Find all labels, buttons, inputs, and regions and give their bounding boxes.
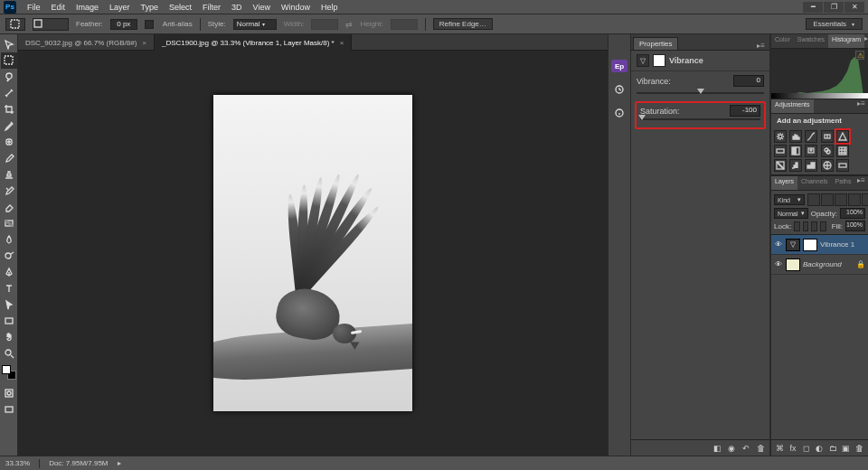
layer-name[interactable]: Vibrance 1 [820,240,865,249]
new-layer-icon[interactable]: ▣ [842,443,852,454]
extension-panel-ep[interactable]: Ep [609,56,629,76]
adj-bw-icon[interactable] [789,145,802,157]
blend-mode-dropdown[interactable]: Normal▾ [774,208,808,219]
tool-blur[interactable] [1,231,17,248]
slider-thumb-icon[interactable] [638,115,646,120]
tool-marquee[interactable] [1,52,17,69]
tool-path-select[interactable] [1,296,17,313]
tool-zoom[interactable] [1,345,17,362]
foreground-swatch[interactable] [2,365,11,374]
menu-window[interactable]: Window [276,3,316,12]
menu-file[interactable]: File [22,3,46,12]
tool-eraser[interactable] [1,199,17,215]
menu-edit[interactable]: Edit [46,3,71,12]
info-panel-icon[interactable] [609,103,629,123]
lock-transparency-icon[interactable] [794,221,800,231]
panel-menu-icon[interactable]: ▸≡ [757,42,768,50]
visibility-icon[interactable]: 👁 [774,260,783,269]
menu-filter[interactable]: Filter [197,3,226,12]
filter-smart-icon[interactable] [862,193,868,206]
tool-move[interactable] [1,36,17,52]
menu-help[interactable]: Help [316,3,344,12]
tool-brush[interactable] [1,150,17,166]
layer-fx-icon[interactable]: fx [788,443,798,454]
color-tab[interactable]: Color [771,34,794,48]
adj-curves-icon[interactable] [805,130,817,143]
filter-shape-icon[interactable] [848,193,861,206]
doc-size[interactable]: Doc: 7.95M/7.95M [49,459,108,467]
adj-gradient-map-icon[interactable] [836,159,849,172]
clip-to-layer-icon[interactable]: ◧ [712,443,722,454]
adj-channel-mixer-icon[interactable] [821,145,834,157]
layer-mask-icon[interactable] [653,54,665,67]
feather-input[interactable]: 0 px [110,19,137,30]
layer-filter-kind[interactable]: Kind▾ [774,194,805,205]
tool-history-brush[interactable] [1,183,17,199]
link-layers-icon[interactable]: ⌘ [775,443,785,454]
layer-row-vibrance[interactable]: 👁 ▽ Vibrance 1 [771,235,868,255]
properties-tab[interactable]: Properties [633,37,678,50]
new-adjustment-icon[interactable]: ◐ [815,443,825,454]
lock-position-icon[interactable] [811,221,817,231]
panel-menu-icon[interactable]: ▸≡ [864,34,868,48]
adj-exposure-icon[interactable] [821,130,834,143]
antialias-checkbox[interactable] [145,20,154,29]
new-group-icon[interactable]: 🗀 [828,443,838,454]
adj-levels-icon[interactable] [789,130,802,143]
reset-icon[interactable]: ↶ [741,443,751,454]
adj-selective-color-icon[interactable] [821,159,834,172]
selection-mode-group[interactable] [33,18,69,31]
layers-tab[interactable]: Layers [771,176,797,190]
window-restore[interactable]: ❐ [824,2,844,13]
menu-select[interactable]: Select [164,3,197,12]
canvas-viewport[interactable] [18,51,608,456]
tool-stamp[interactable] [1,166,17,183]
tool-crop[interactable] [1,101,17,118]
tool-shape[interactable] [1,313,17,329]
channels-tab[interactable]: Channels [797,176,832,190]
window-minimize[interactable]: ━ [803,2,823,13]
adj-posterize-icon[interactable] [789,159,802,172]
swatches-tab[interactable]: Swatches [794,34,828,48]
paths-tab[interactable]: Paths [832,176,855,190]
workspace-switcher[interactable]: Essentials [806,18,863,30]
fill-input[interactable]: 100% [845,221,865,231]
saturation-slider[interactable] [640,117,760,122]
adj-photo-filter-icon[interactable] [805,145,817,157]
trash-icon[interactable]: 🗑 [854,443,864,454]
close-icon[interactable]: × [340,39,344,47]
menu-image[interactable]: Image [71,3,104,12]
quick-mask-toggle[interactable] [1,385,17,401]
style-dropdown[interactable]: Normal [233,19,277,30]
color-swatches[interactable] [2,365,16,380]
menu-3d[interactable]: 3D [226,3,248,12]
history-panel-icon[interactable] [609,80,629,99]
menu-type[interactable]: Type [136,3,165,12]
view-previous-icon[interactable]: ◉ [726,443,737,454]
slider-thumb-icon[interactable] [697,89,704,94]
menu-view[interactable]: View [248,3,276,12]
filter-adj-icon[interactable] [821,193,834,206]
document-tab-0[interactable]: DSC_9032.jpg @ 66.7% (RGB/8#) × [18,34,155,51]
adj-vibrance-icon[interactable] [836,130,849,143]
tool-eyedropper[interactable] [1,118,17,134]
tool-lasso[interactable] [1,69,17,85]
tool-hand[interactable] [1,329,17,345]
window-close[interactable]: ✕ [844,2,864,13]
visibility-icon[interactable]: 👁 [774,240,783,249]
histogram-tab[interactable]: Histogram [828,34,864,48]
adj-brightness-icon[interactable] [774,130,787,143]
add-mask-icon[interactable]: ◻ [801,443,811,454]
adjustment-type-icon[interactable]: ▽ [637,54,649,67]
chevron-right-icon[interactable]: ▸ [118,459,121,467]
adjustments-tab[interactable]: Adjustments [771,99,814,113]
filter-pixel-icon[interactable] [807,193,820,206]
tool-type[interactable] [1,280,17,296]
adj-color-lookup-icon[interactable] [836,145,849,157]
menu-layer[interactable]: Layer [104,3,136,12]
panel-menu-icon[interactable]: ▸≡ [857,99,868,113]
mask-thumb-icon[interactable] [803,239,817,251]
tool-dodge[interactable] [1,248,17,264]
vibrance-value-input[interactable]: 0 [733,75,764,87]
lock-all-icon[interactable] [820,221,826,231]
